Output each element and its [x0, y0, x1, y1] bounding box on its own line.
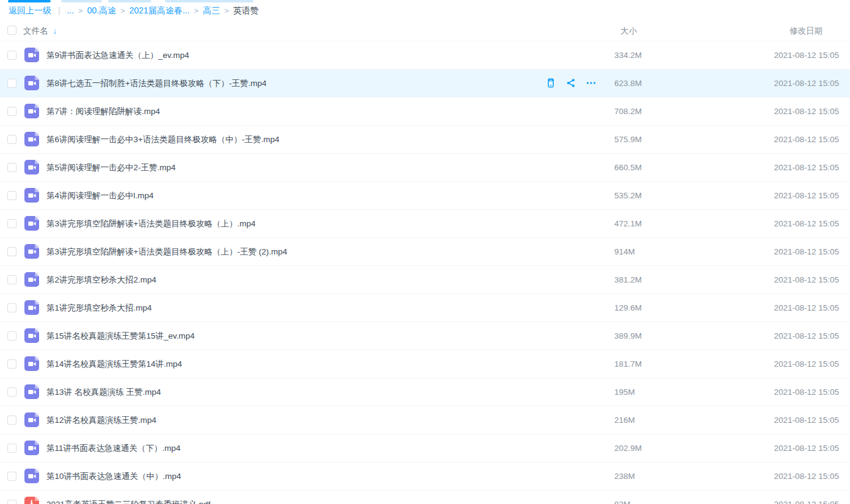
row-actions [545, 77, 597, 88]
tab-indicator-active[interactable] [8, 0, 51, 2]
row-checkbox[interactable] [7, 79, 16, 88]
row-checkbox[interactable] [7, 331, 16, 340]
file-modified-date: 2021-08-12 15:05 [774, 79, 839, 88]
row-checkbox[interactable] [7, 359, 16, 369]
table-row[interactable]: 第13讲 名校真题演练 王赞.mp4 195M 2021-08-12 15:05 [0, 378, 850, 406]
file-name-link[interactable]: 第2讲完形填空秒杀大招2.mp4 [46, 275, 156, 286]
video-file-icon [24, 441, 39, 455]
row-checkbox[interactable] [7, 500, 16, 504]
row-checkbox[interactable] [7, 387, 16, 397]
tab-indicator[interactable] [165, 0, 253, 2]
video-file-icon [24, 48, 39, 62]
file-name-link[interactable]: 第13讲 名校真题演练 王赞.mp4 [46, 387, 161, 398]
breadcrumb-separator: > [224, 6, 229, 15]
row-checkbox[interactable] [7, 303, 16, 312]
file-size: 202.9M [614, 444, 642, 453]
row-checkbox[interactable] [7, 107, 16, 116]
file-name-link[interactable]: 第4讲阅读理解一击必中l.mp4 [46, 190, 154, 201]
table-row[interactable]: 第7讲：阅读理解陷阱解读.mp4 708.2M 2021-08-12 15:05 [0, 98, 850, 126]
sort-desc-icon[interactable]: ↓ [53, 26, 57, 35]
file-name-link[interactable]: 第8讲七选五一招制胜+语法类题目终极攻略（下）-王赞.mp4 [46, 78, 266, 89]
video-file-icon [24, 132, 39, 146]
table-row[interactable]: 第5讲阅读理解一击必中2-王赞.mp4 660.5M 2021-08-12 15… [0, 154, 850, 182]
video-file-icon [24, 272, 39, 287]
file-name-link[interactable]: 第15讲名校真题演练王赞第15讲_ev.mp4 [46, 331, 195, 342]
video-file-icon [24, 356, 39, 371]
file-size: 238M [614, 472, 635, 481]
file-size: 914M [614, 247, 635, 256]
column-header-date[interactable]: 修改日期 [790, 26, 823, 37]
table-row[interactable]: 第3讲完形填空陷阱解读+语法类题目终极攻略（上）.mp4 472.1M 2021… [0, 210, 850, 238]
more-icon[interactable] [586, 77, 597, 88]
table-row[interactable]: 第2讲完形填空秒杀大招2.mp4 381.2M 2021-08-12 15:05 [0, 266, 850, 294]
phone-icon[interactable] [545, 77, 556, 88]
table-row[interactable]: 第15讲名校真题演练王赞第15讲_ev.mp4 389.9M 2021-08-1… [0, 322, 850, 350]
file-size: 129.6M [614, 303, 642, 312]
breadcrumb-separator: > [194, 6, 199, 15]
tab-indicator[interactable] [61, 0, 102, 2]
pdf-file-icon: 人 [24, 497, 39, 504]
file-name-link[interactable]: 第12讲名校真题演练王赞.mp4 [46, 415, 156, 426]
row-checkbox[interactable] [7, 219, 16, 228]
file-modified-date: 2021-08-12 15:05 [774, 135, 839, 144]
file-name-link[interactable]: 第14讲名校真题演练王赞第14讲.mp4 [46, 359, 182, 370]
file-name-link[interactable]: 第9讲书面表达急速通关（上）_ev.mp4 [46, 50, 189, 61]
file-name-link[interactable]: 第6讲阅读理解一击必中3+语法类题目终极攻略（中）-王赞.mp4 [46, 134, 279, 145]
file-modified-date: 2021-08-12 15:05 [774, 416, 839, 425]
row-checkbox[interactable] [7, 51, 16, 60]
row-checkbox[interactable] [7, 444, 16, 453]
select-all-checkbox[interactable] [7, 26, 16, 35]
video-file-icon [24, 244, 39, 259]
video-file-icon [24, 412, 39, 427]
file-size: 708.2M [614, 107, 642, 116]
row-checkbox[interactable] [7, 247, 16, 256]
table-row[interactable]: 第10讲书面表达急速通关（中）.mp4 238M 2021-08-12 15:0… [0, 463, 850, 491]
share-icon[interactable] [565, 77, 576, 88]
file-size: 472.1M [614, 219, 642, 228]
tab-indicator[interactable] [108, 0, 151, 2]
table-row[interactable]: 第1讲完形填空秒杀大招.mp4 129.6M 2021-08-12 15:05 [0, 294, 850, 322]
video-file-icon [24, 188, 39, 203]
table-row[interactable]: 第12讲名校真题演练王赞.mp4 216M 2021-08-12 15:05 [0, 406, 850, 434]
table-row[interactable]: 第14讲名校真题演练王赞第14讲.mp4 181.7M 2021-08-12 1… [0, 350, 850, 378]
row-checkbox[interactable] [7, 472, 16, 481]
file-size: 195M [614, 387, 635, 397]
file-name-link[interactable]: 第3讲完形填空陷阱解读+语法类题目终极攻略（上）-王赞 (2).mp4 [46, 247, 287, 257]
row-checkbox[interactable] [7, 191, 16, 200]
file-modified-date: 2021-08-12 15:05 [774, 444, 839, 453]
table-row[interactable]: 第9讲书面表达急速通关（上）_ev.mp4 334.2M 2021-08-12 … [0, 41, 850, 70]
breadcrumb-separator: > [78, 6, 83, 15]
breadcrumb-item[interactable]: 00.高途 [87, 5, 116, 15]
breadcrumb-back-link[interactable]: 返回上一级 [9, 5, 51, 15]
table-row[interactable]: 第3讲完形填空陷阱解读+语法类题目终极攻略（上）-王赞 (2).mp4 914M… [0, 238, 850, 266]
table-row[interactable]: 第8讲七选五一招制胜+语法类题目终极攻略（下）-王赞.mp4 [0, 70, 850, 98]
row-checkbox[interactable] [7, 275, 16, 284]
row-checkbox[interactable] [7, 416, 16, 425]
row-checkbox[interactable] [7, 135, 16, 144]
column-header-filename[interactable]: 文件名↓ [23, 26, 57, 37]
breadcrumb-item[interactable]: 2021届高途春... [129, 5, 190, 15]
video-file-icon [24, 300, 39, 315]
file-name-link[interactable]: 第11讲书面表达急速通关（下）.mp4 [46, 443, 181, 454]
file-name-link[interactable]: 第7讲：阅读理解陷阱解读.mp4 [46, 106, 160, 117]
file-size: 334.2M [614, 51, 642, 60]
file-modified-date: 2021-08-12 15:05 [774, 359, 839, 369]
breadcrumb-item[interactable]: ... [67, 5, 74, 15]
table-row[interactable]: 人 2021高考英语王赞二三轮复习春季班讲义.pdf 82M 2021-08-1… [0, 491, 850, 504]
file-modified-date: 2021-08-12 15:05 [774, 191, 839, 200]
file-name-link[interactable]: 第10讲书面表达急速通关（中）.mp4 [46, 471, 181, 482]
table-row[interactable]: 第6讲阅读理解一击必中3+语法类题目终极攻略（中）-王赞.mp4 575.9M … [0, 126, 850, 154]
file-name-link[interactable]: 第5讲阅读理解一击必中2-王赞.mp4 [46, 162, 176, 173]
row-checkbox[interactable] [7, 163, 16, 172]
breadcrumb-item[interactable]: 高三 [203, 5, 220, 15]
file-name-link[interactable]: 第1讲完形填空秒杀大招.mp4 [46, 303, 152, 314]
table-row[interactable]: 第4讲阅读理解一击必中l.mp4 535.2M 2021-08-12 15:05 [0, 182, 850, 210]
column-header-size[interactable]: 大小 [620, 26, 637, 37]
table-row[interactable]: 第11讲书面表达急速通关（下）.mp4 202.9M 2021-08-12 15… [0, 434, 850, 463]
video-file-icon [24, 216, 39, 231]
file-modified-date: 2021-08-12 15:05 [774, 163, 839, 172]
file-name-link[interactable]: 第3讲完形填空陷阱解读+语法类题目终极攻略（上）.mp4 [46, 218, 255, 229]
file-modified-date: 2021-08-12 15:05 [774, 331, 839, 340]
file-modified-date: 2021-08-12 15:05 [774, 247, 839, 256]
file-name-link[interactable]: 2021高考英语王赞二三轮复习春季班讲义.pdf [46, 499, 211, 504]
